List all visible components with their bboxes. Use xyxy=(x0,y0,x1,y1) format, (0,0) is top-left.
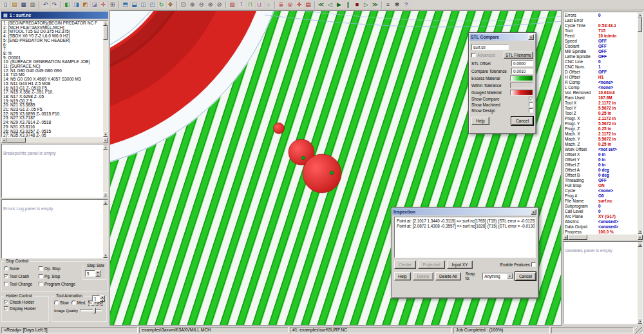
zoom-fit-icon[interactable]: ⊛ xyxy=(206,1,214,9)
play-icon[interactable]: ▶ xyxy=(335,1,343,9)
rotate-view-icon[interactable]: ↻ xyxy=(157,1,166,9)
stl-compare-icon[interactable]: ≣ xyxy=(277,1,285,9)
cancel-button[interactable]: Cancel xyxy=(515,272,536,280)
op-stop-checkbox[interactable]: Op. Stop xyxy=(39,266,81,271)
inspection-icon[interactable]: ◎ xyxy=(286,1,294,9)
inspection-titlebar[interactable]: Inspection ✕ xyxy=(392,208,538,215)
step-forward-icon[interactable]: ▷ xyxy=(362,1,370,9)
show-axes-icon[interactable]: ✛ xyxy=(99,1,108,9)
scroll-thumb[interactable] xyxy=(103,26,108,40)
projected-button[interactable]: Projected xyxy=(418,260,445,269)
stl-filename-button[interactable]: STL Filename xyxy=(504,52,533,59)
redo-icon[interactable]: ↷ xyxy=(50,1,59,9)
new-file-icon[interactable]: ▯ xyxy=(1,1,10,9)
stl-compare-titlebar[interactable]: STL Compare ✕ xyxy=(469,34,535,41)
errors-log-scrollbar[interactable]: ▲ ▼ xyxy=(102,200,108,258)
step-size-input[interactable]: 5 ▲ ▼ xyxy=(85,270,100,277)
enable-features-checkbox[interactable]: Enable Features xyxy=(500,262,536,267)
separator[interactable]: │ xyxy=(59,1,62,9)
inspection-point-list[interactable]: Point at: [2.1017 1.3440 -0.3115] => sur… xyxy=(394,217,536,258)
scroll-up-icon[interactable]: ▲ xyxy=(103,21,108,26)
stl-show-checkbox[interactable]: Show Design xyxy=(471,108,533,113)
undo-icon[interactable]: ↶ xyxy=(41,1,50,9)
variables-panel[interactable]: Variables panel is empty ▲ ▼ xyxy=(563,241,643,324)
image-quality-slider[interactable] xyxy=(80,308,102,313)
zoom-window-icon[interactable]: ⊡ xyxy=(179,1,187,9)
report-icon[interactable]: ▤ xyxy=(304,1,312,9)
scroll-thumb[interactable] xyxy=(568,235,587,240)
zoom-previous-icon[interactable]: ⊘ xyxy=(215,1,223,9)
spin-down-icon[interactable]: ▼ xyxy=(100,299,105,302)
scroll-up-icon[interactable]: ▲ xyxy=(638,242,643,247)
measure-icon[interactable]: ✜ xyxy=(295,1,303,9)
scroll-thumb[interactable] xyxy=(6,137,26,142)
separator[interactable]: │ xyxy=(175,1,178,9)
scroll-down-icon[interactable]: ▼ xyxy=(103,253,108,258)
check-holder-checkbox[interactable]: ✓ Check Holder xyxy=(4,300,47,304)
scroll-right-icon[interactable]: ► xyxy=(638,235,643,240)
slider-thumb[interactable] xyxy=(93,308,96,313)
nc-code-line[interactable]: 27: N35 X3.9748 Z-.05 xyxy=(3,133,101,137)
rewind-icon[interactable]: ≪ xyxy=(317,1,325,9)
resize-grip[interactable] xyxy=(635,327,643,333)
show-stock-icon[interactable]: ▧ xyxy=(228,1,236,9)
breakpoints-scrollbar[interactable]: ▲ ▼ xyxy=(102,144,108,197)
stop-none-radio[interactable]: None xyxy=(4,266,37,271)
show-fixture-icon[interactable]: ⊔ xyxy=(255,1,263,9)
inspection-point[interactable]: Point at: [2.0872 1.4308 -0.3557] => sur… xyxy=(397,224,533,229)
show-tool-icon[interactable]: ⊺ xyxy=(237,1,245,9)
scroll-thumb[interactable] xyxy=(638,17,642,32)
front-view-icon[interactable]: ⬓ xyxy=(130,1,138,9)
separator[interactable]: │ xyxy=(37,1,41,9)
nc-vertical-scrollbar[interactable]: ▲ ▼ xyxy=(102,21,108,137)
scroll-down-icon[interactable]: ▼ xyxy=(638,229,643,234)
top-view-icon[interactable]: ⬒ xyxy=(121,1,129,9)
stl-offset-input[interactable]: 0.0000 xyxy=(511,60,533,66)
show-holder-icon[interactable]: ⊓ xyxy=(246,1,254,9)
close-icon[interactable]: ✕ xyxy=(531,209,536,215)
close-icon[interactable]: ✕ xyxy=(528,34,534,40)
spin-down-icon[interactable]: ▼ xyxy=(95,273,100,277)
pan-view-icon[interactable]: ✥ xyxy=(166,1,175,9)
wireframe-view-icon[interactable]: ◨ xyxy=(72,1,80,9)
step-back-icon[interactable]: ◁ xyxy=(326,1,334,9)
solid-view-icon[interactable]: ◩ xyxy=(81,1,90,9)
scroll-down-icon[interactable]: ▼ xyxy=(103,132,108,137)
chevron-down-icon[interactable]: ▼ xyxy=(507,273,513,279)
status-horizontal-scrollbar[interactable]: ◄ ► xyxy=(563,235,643,240)
separator[interactable]: │ xyxy=(380,1,383,9)
errors-log-panel[interactable]: Errors Log panel is empty ▲ ▼ xyxy=(1,199,108,259)
scroll-up-icon[interactable]: ▲ xyxy=(103,144,108,150)
nc-code-line[interactable]: 6: xyxy=(3,43,101,48)
simulation-viewport[interactable]: STL Compare ✕ surf.stl Advanced STL File… xyxy=(109,10,562,326)
scroll-left-icon[interactable]: ◄ xyxy=(563,235,568,240)
separator[interactable]: │ xyxy=(273,1,276,9)
save-icon[interactable]: ▦ xyxy=(19,1,28,9)
zoom-in-icon[interactable]: ⊕ xyxy=(188,1,196,9)
delete-button[interactable]: Delete xyxy=(413,272,433,280)
program-change-checkbox[interactable]: Program Change xyxy=(39,282,81,286)
shaded-view-icon[interactable]: ◧ xyxy=(63,1,71,9)
help-icon[interactable]: ? xyxy=(402,1,410,9)
show-machine-icon[interactable]: ⌂ xyxy=(264,1,272,9)
status-scrollbar[interactable]: ▲ ▼ xyxy=(637,12,642,234)
animation-med-radio[interactable]: Med. xyxy=(71,300,86,305)
separator[interactable]: │ xyxy=(117,1,120,9)
variables-scrollbar[interactable]: ▲ ▼ xyxy=(637,242,642,324)
input-xy-button[interactable]: Input XY xyxy=(447,260,473,269)
fast-forward-icon[interactable]: ≫ xyxy=(371,1,379,9)
translucent-view-icon[interactable]: ◪ xyxy=(90,1,99,9)
nc-horizontal-scrollbar[interactable]: ◄ ► xyxy=(1,137,108,142)
animation-count-input[interactable]: 1 ▲ ▼ xyxy=(92,295,105,302)
open-file-icon[interactable]: ▤ xyxy=(10,1,19,9)
pause-icon[interactable]: ∥ xyxy=(344,1,352,9)
help-button[interactable]: Help xyxy=(471,117,489,125)
center-button[interactable]: Center xyxy=(394,260,416,269)
cancel-button[interactable]: Cancel xyxy=(511,117,533,125)
scroll-right-icon[interactable]: ► xyxy=(103,137,108,142)
separator[interactable]: │ xyxy=(224,1,227,9)
separator[interactable]: │ xyxy=(313,1,316,9)
side-view-icon[interactable]: ◫ xyxy=(139,1,147,9)
scroll-down-icon[interactable]: ▼ xyxy=(103,192,108,197)
tool-change-checkbox[interactable]: Tool Change xyxy=(4,282,37,286)
